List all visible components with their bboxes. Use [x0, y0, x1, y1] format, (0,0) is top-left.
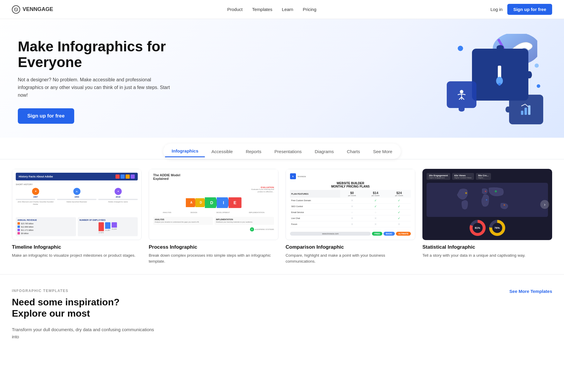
card-timeline-desc: Make an infographic to visualize project… — [12, 253, 142, 258]
bottom-description: Transform your dull documents, dry data … — [12, 326, 160, 340]
site-logo[interactable]: VENNGAGE — [12, 5, 53, 14]
hero-subtitle: Not a designer? No problem. Make accessi… — [18, 76, 172, 99]
card-statistical-desc: Tell a story with your data in a unique … — [422, 253, 552, 258]
svg-rect-9 — [525, 108, 527, 115]
tab-diagrams[interactable]: Diagrams — [308, 145, 340, 157]
nav-product[interactable]: Product — [227, 7, 243, 12]
svg-point-12 — [485, 191, 486, 192]
svg-point-7 — [460, 90, 463, 93]
card-process-desc: Break down complex processes into simple… — [149, 253, 278, 265]
tab-infographics[interactable]: Infographics — [165, 145, 205, 157]
puzzle-piece-main — [472, 49, 528, 101]
hero-title: Make Infographics for Everyone — [18, 39, 208, 70]
card-timeline-title: Timeline Infographic — [12, 244, 142, 250]
hero-section: Make Infographics for Everyone Not a des… — [0, 19, 564, 138]
cards-section: History Facts About Adobe SHORT HISTORY … — [0, 159, 564, 274]
svg-point-6 — [498, 83, 501, 85]
tabs-section: Infographics Accessible Reports Presenta… — [0, 138, 564, 159]
hero-signup-button[interactable]: Sign up for free — [18, 108, 74, 124]
card-comparison[interactable]: k knowza WEBSITE BUILDERMONTHLY PRICING … — [286, 169, 415, 265]
comparison-thumbnail: k knowza WEBSITE BUILDERMONTHLY PRICING … — [286, 169, 415, 240]
svg-rect-8 — [521, 111, 523, 115]
svg-point-15 — [504, 204, 505, 206]
tab-see-more[interactable]: See More — [367, 145, 399, 157]
tab-reports[interactable]: Reports — [239, 145, 268, 157]
card-statistical[interactable]: 20x Engagement Higher Engagement 63x Vie… — [422, 169, 552, 265]
decoration-dot-2 — [537, 84, 540, 88]
nav-actions: Log in Sign up for free — [490, 4, 552, 15]
puzzle-piece-chart — [509, 95, 543, 124]
hero-illustration — [208, 37, 546, 126]
nav-templates[interactable]: Templates — [252, 7, 272, 12]
logo-icon — [12, 5, 20, 14]
card-comparison-desc: Compare, highlight and make a point with… — [286, 253, 415, 265]
card-next-arrow[interactable]: › — [540, 200, 549, 209]
svg-rect-10 — [528, 105, 530, 115]
login-button[interactable]: Log in — [490, 7, 503, 12]
svg-point-11 — [465, 192, 467, 194]
decoration-dot-1 — [458, 46, 463, 51]
card-process-title: Process Infographic — [149, 244, 278, 250]
nav-signup-button[interactable]: Sign up for free — [507, 4, 552, 15]
see-more-templates-link[interactable]: See More Templates — [509, 289, 552, 294]
puzzle-illustration — [433, 37, 546, 126]
bottom-title: Need some inspiration? Explore our most — [12, 296, 131, 319]
hero-content: Make Infographics for Everyone Not a des… — [18, 39, 208, 124]
bottom-label: INFOGRAPHIC TEMPLATES — [12, 289, 131, 293]
card-statistical-title: Statistical Infographic — [422, 244, 552, 250]
decoration-dot-3 — [535, 64, 539, 68]
card-comparison-title: Comparison Infographic — [286, 244, 415, 250]
statistical-thumbnail: 20x Engagement Higher Engagement 63x Vie… — [422, 169, 552, 240]
tab-accessible[interactable]: Accessible — [205, 145, 239, 157]
card-timeline[interactable]: History Facts About Adobe SHORT HISTORY … — [12, 169, 142, 265]
tab-presentations[interactable]: Presentations — [268, 145, 308, 157]
bottom-section: INFOGRAPHIC TEMPLATES Need some inspirat… — [0, 274, 564, 350]
card-process[interactable]: The ADDIE ModelExplained EVALUATIONEvalu… — [149, 169, 278, 265]
nav-learn[interactable]: Learn — [282, 7, 293, 12]
svg-point-14 — [486, 199, 487, 201]
nav-links: Product Templates Learn Pricing — [227, 7, 316, 12]
cards-grid: History Facts About Adobe SHORT HISTORY … — [12, 169, 552, 265]
navigation: VENNGAGE Product Templates Learn Pricing… — [0, 0, 564, 19]
tab-charts[interactable]: Charts — [340, 145, 366, 157]
process-thumbnail: The ADDIE ModelExplained EVALUATIONEvalu… — [149, 169, 278, 240]
bottom-left: INFOGRAPHIC TEMPLATES Need some inspirat… — [12, 289, 131, 319]
nav-pricing[interactable]: Pricing — [303, 7, 316, 12]
bottom-header: INFOGRAPHIC TEMPLATES Need some inspirat… — [12, 289, 552, 319]
site-name: VENNGAGE — [23, 6, 53, 12]
puzzle-piece-accessibility — [447, 81, 476, 108]
timeline-thumbnail: History Facts About Adobe SHORT HISTORY … — [12, 169, 142, 240]
tabs-container: Infographics Accessible Reports Presenta… — [163, 144, 400, 159]
svg-point-13 — [495, 190, 497, 192]
